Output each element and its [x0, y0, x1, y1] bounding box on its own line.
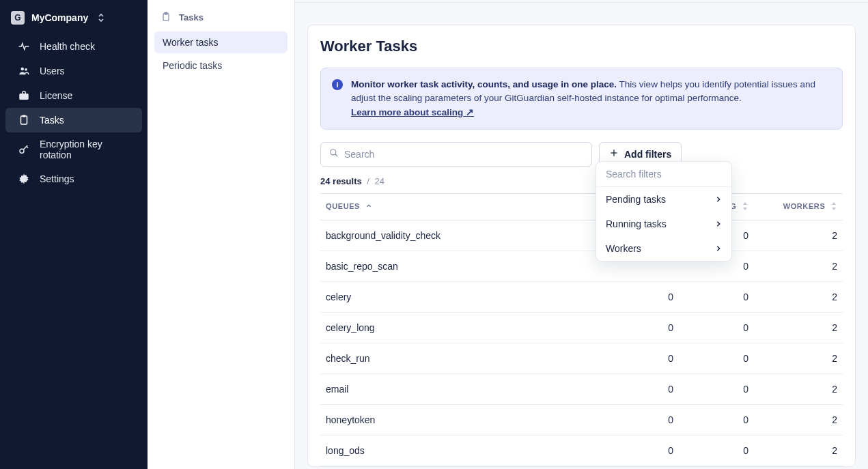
filter-search-input[interactable]: [606, 169, 722, 180]
svg-point-5: [20, 149, 24, 153]
external-link-icon: ↗: [466, 107, 474, 117]
queue-cell: basic_repo_scan: [320, 251, 604, 281]
svg-rect-4: [23, 115, 26, 117]
workers-cell: 2: [754, 373, 843, 404]
nav-settings[interactable]: Settings: [5, 167, 142, 191]
queue-cell: email: [320, 373, 604, 404]
svg-line-10: [335, 154, 338, 157]
sub-header-label: Tasks: [179, 12, 204, 23]
queue-cell: celery_long: [320, 312, 604, 343]
sub-header: Tasks: [154, 8, 288, 31]
results-count: 24 results / 24: [320, 176, 843, 186]
gear-icon: [18, 173, 30, 185]
nav-health-check[interactable]: Health check: [5, 34, 142, 59]
column-workers[interactable]: WORKERS: [754, 193, 843, 220]
add-filters-label: Add filters: [624, 149, 671, 160]
workers-cell: 2: [754, 312, 843, 343]
sub-sidebar: Tasks Worker tasks Periodic tasks: [148, 0, 295, 469]
table-row[interactable]: celery_long002: [320, 312, 843, 343]
banner-link[interactable]: Learn more about scaling ↗: [351, 107, 474, 117]
info-icon: i: [332, 79, 343, 90]
main: Worker Tasks i Monitor worker task activ…: [295, 0, 868, 469]
nav-label: Health check: [40, 41, 95, 52]
table-row[interactable]: basic_repo_scan02: [320, 251, 843, 281]
table-row[interactable]: email002: [320, 373, 843, 404]
svg-point-9: [331, 150, 336, 155]
plus-icon: [609, 148, 619, 160]
column-queues[interactable]: QUEUES: [320, 193, 604, 220]
content-card: Worker Tasks i Monitor worker task activ…: [307, 25, 856, 467]
topbar: [295, 0, 868, 3]
briefcase-icon: [18, 89, 30, 102]
workers-cell: 2: [754, 343, 843, 373]
nav-label: License: [40, 90, 72, 101]
svg-point-0: [21, 68, 25, 71]
svg-point-1: [25, 68, 27, 71]
heartbeat-icon: [18, 40, 30, 53]
filter-dropdown: Pending tasks Running tasks Workers: [596, 161, 732, 261]
running-cell: 0: [679, 404, 754, 435]
queue-cell: celery: [320, 281, 604, 312]
search-box[interactable]: [320, 142, 592, 167]
chevron-up-icon: [365, 203, 372, 211]
chevron-right-icon: [715, 243, 722, 254]
search-input[interactable]: [344, 149, 583, 160]
sidebar: G MyCompany Health check Users License T…: [0, 0, 148, 469]
nav-label: Tasks: [40, 115, 64, 126]
table-row[interactable]: background_validity_check02: [320, 220, 843, 251]
svg-rect-8: [165, 12, 167, 14]
clipboard-icon: [18, 114, 30, 126]
sort-icon: [830, 202, 837, 212]
table-row[interactable]: honeytoken002: [320, 404, 843, 435]
workers-cell: 2: [754, 281, 843, 312]
chevron-right-icon: [715, 194, 722, 205]
svg-marker-13: [743, 202, 747, 205]
pending-cell: 0: [604, 312, 679, 343]
filter-search-wrap: [596, 162, 731, 187]
info-banner: i Monitor worker task activity, counts, …: [320, 68, 843, 130]
users-icon: [18, 65, 30, 77]
org-switcher[interactable]: G MyCompany: [0, 4, 148, 34]
table-row[interactable]: check_run002: [320, 343, 843, 373]
workers-cell: 2: [754, 251, 843, 281]
filters-row: Add filters: [320, 142, 843, 167]
svg-marker-14: [743, 208, 747, 210]
queue-cell: long_ods: [320, 435, 604, 466]
nav-tasks[interactable]: Tasks: [5, 108, 142, 132]
filter-option-running-tasks[interactable]: Running tasks: [596, 212, 731, 236]
filter-option-pending-tasks[interactable]: Pending tasks: [596, 187, 731, 212]
running-cell: 0: [679, 312, 754, 343]
nav-label: Encryption key rotation: [40, 139, 130, 160]
nav-encryption[interactable]: Encryption key rotation: [5, 132, 142, 167]
workers-cell: 2: [754, 404, 843, 435]
sort-icon: [742, 202, 748, 212]
running-cell: 0: [679, 281, 754, 312]
running-cell: 0: [679, 343, 754, 373]
workers-cell: 2: [754, 220, 843, 251]
key-icon: [18, 143, 30, 156]
svg-rect-2: [19, 94, 29, 100]
nav-label: Settings: [40, 173, 74, 184]
running-cell: 0: [679, 373, 754, 404]
chevron-right-icon: [715, 218, 722, 229]
sub-item-worker-tasks[interactable]: Worker tasks: [154, 31, 288, 53]
svg-marker-15: [832, 202, 836, 205]
chevron-updown-icon: [95, 12, 107, 24]
org-badge: G: [11, 11, 25, 25]
svg-rect-3: [21, 116, 27, 124]
queue-cell: background_validity_check: [320, 220, 604, 251]
results-count-label: 24 results: [320, 176, 362, 186]
pending-cell: 0: [604, 435, 679, 466]
table-row[interactable]: long_ods002: [320, 435, 843, 466]
queue-cell: check_run: [320, 343, 604, 373]
running-cell: 0: [679, 435, 754, 466]
nav-label: Users: [40, 66, 65, 76]
pending-cell: 0: [604, 373, 679, 404]
pending-cell: 0: [604, 404, 679, 435]
nav-users[interactable]: Users: [5, 59, 142, 83]
sub-item-periodic-tasks[interactable]: Periodic tasks: [154, 55, 288, 76]
nav-license[interactable]: License: [5, 83, 142, 108]
filter-option-workers[interactable]: Workers: [596, 236, 731, 261]
svg-marker-16: [832, 208, 836, 210]
table-row[interactable]: celery002: [320, 281, 843, 312]
